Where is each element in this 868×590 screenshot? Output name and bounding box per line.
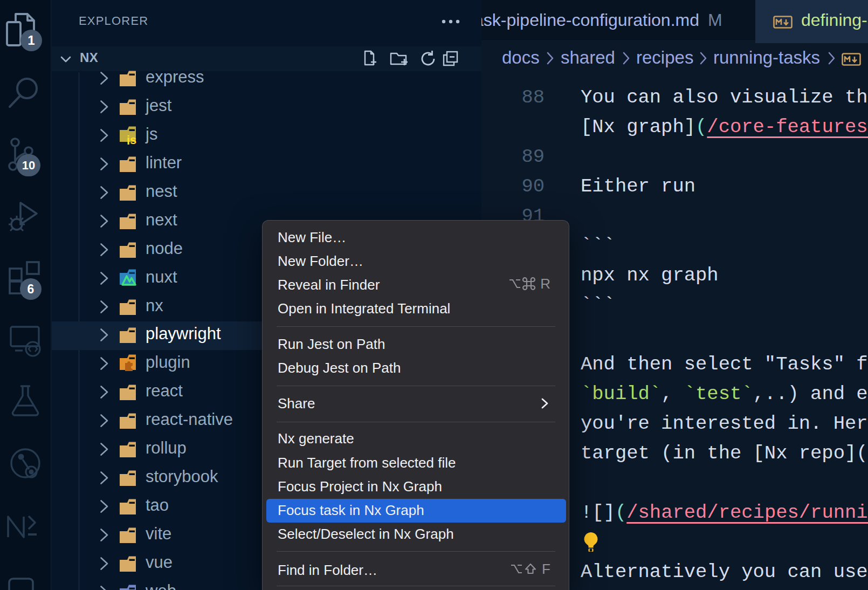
svg-text:js: js	[126, 133, 136, 145]
